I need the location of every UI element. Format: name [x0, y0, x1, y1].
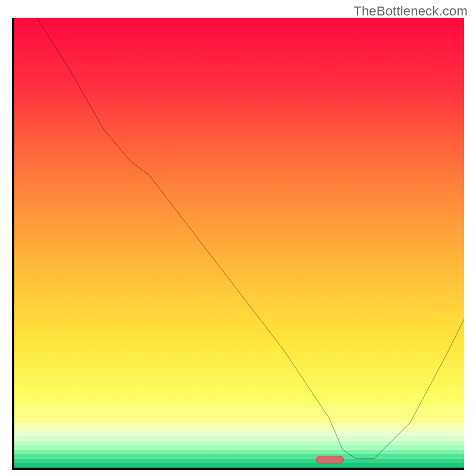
plot-area — [12, 18, 464, 470]
watermark-text: TheBottleneck.com — [353, 4, 468, 19]
bottleneck-curve — [14, 18, 464, 468]
chart-stage: TheBottleneck.com — [0, 0, 476, 476]
optimum-marker — [316, 456, 345, 464]
